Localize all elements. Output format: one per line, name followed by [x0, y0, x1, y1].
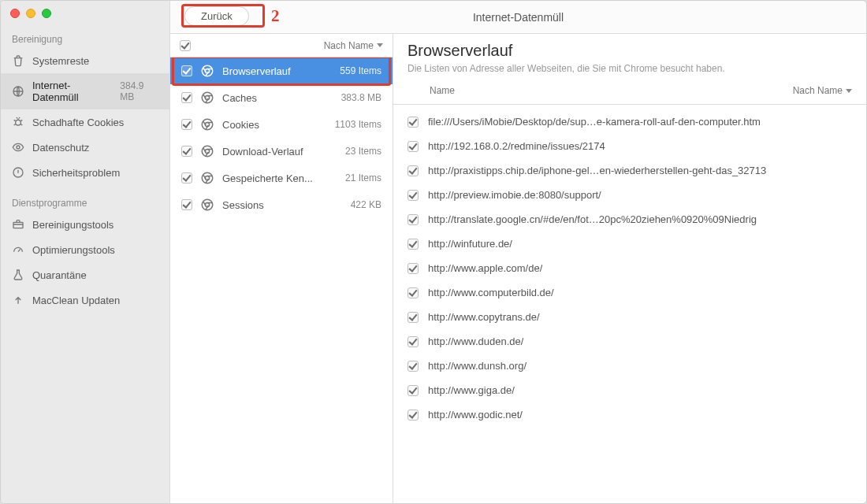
history-row[interactable]: http://www.dunsh.org/ [407, 354, 852, 378]
bug-icon [12, 116, 24, 128]
row-checkbox[interactable] [181, 199, 192, 210]
sidebar-item-label: Schadhafte Cookies [32, 117, 124, 128]
gauge-icon [12, 243, 24, 256]
sort-button[interactable]: Nach Name [324, 40, 383, 51]
minimize-window-button[interactable] [26, 9, 35, 18]
sidebar-item-label: Datenschutz [32, 142, 89, 154]
sidebar-item-optimierungstools[interactable]: Optimierungstools [1, 237, 169, 262]
detail-sort-button[interactable]: Nach Name [793, 85, 852, 96]
category-row[interactable]: Download-Verlauf23 Items [170, 138, 393, 165]
chrome-icon [200, 91, 214, 105]
history-url: http://www.godic.net/ [428, 409, 523, 421]
history-row[interactable]: http://www.giga.de/ [407, 378, 852, 402]
category-label: Browserverlauf [222, 65, 332, 77]
row-checkbox[interactable] [407, 239, 419, 250]
history-row[interactable]: http://www.apple.com/de/ [407, 256, 852, 280]
sidebar-item-bereinigungstools[interactable]: Bereinigungstools [1, 212, 169, 237]
row-checkbox[interactable] [407, 410, 419, 421]
category-row[interactable]: Browserverlauf559 Items1 [170, 57, 393, 84]
history-row[interactable]: http://www.godic.net/ [407, 402, 852, 427]
row-checkbox[interactable] [407, 361, 419, 372]
category-row[interactable]: Gespeicherte Ken...21 Items [170, 165, 393, 191]
history-row[interactable]: http://192.168.0.2/redmine/issues/2174 [407, 134, 852, 158]
category-info: 383.8 MB [341, 92, 381, 103]
row-checkbox[interactable] [407, 190, 419, 201]
sidebar-item-label: MacClean Updaten [32, 295, 120, 306]
category-row[interactable]: Caches383.8 MB [170, 84, 393, 111]
history-row[interactable]: file:///Users/iMobie/Desktop/de/sup…e-ka… [407, 109, 852, 134]
history-row[interactable]: http://www.computerbild.de/ [407, 280, 852, 305]
svg-point-11 [202, 146, 213, 157]
row-checkbox[interactable] [407, 287, 419, 298]
history-url: http://www.giga.de/ [428, 384, 515, 396]
app-window: Bereinigung Systemreste Internet-Datenmü… [0, 0, 867, 504]
sidebar-item-sicherheitsproblem[interactable]: Sicherheitsproblem [1, 160, 169, 185]
sidebar-item-systemreste[interactable]: Systemreste [1, 48, 169, 73]
close-window-button[interactable] [10, 9, 20, 18]
chevron-down-icon [846, 89, 852, 93]
chrome-icon [200, 171, 214, 185]
svg-point-13 [202, 172, 213, 183]
row-checkbox[interactable] [407, 165, 419, 176]
chrome-icon [200, 117, 214, 132]
row-checkbox[interactable] [407, 385, 419, 396]
history-url: http://translate.google.cn/#de/en/fot…20… [428, 213, 757, 225]
category-list-pane: Nach Name Browserverlauf559 Items1Caches… [170, 34, 393, 503]
zoom-window-button[interactable] [42, 9, 51, 18]
row-checkbox[interactable] [181, 92, 192, 103]
history-row[interactable]: http://www.duden.de/ [407, 329, 852, 354]
history-row[interactable]: http://preview.imobie.de:8080/support/ [407, 183, 852, 207]
sidebar-item-internet-datenmuell[interactable]: Internet-Datenmüll 384.9 MB [1, 73, 169, 109]
category-row[interactable]: Sessions422 KB [170, 191, 393, 218]
svg-point-1 [16, 120, 21, 125]
row-checkbox[interactable] [407, 263, 419, 274]
category-info: 23 Items [345, 146, 381, 157]
sidebar-item-schadhafte-cookies[interactable]: Schadhafte Cookies [1, 109, 169, 135]
sidebar-item-label: Optimierungstools [32, 244, 115, 256]
category-info: 21 Items [345, 172, 381, 183]
row-checkbox[interactable] [181, 119, 192, 130]
row-checkbox[interactable] [407, 214, 419, 225]
row-checkbox[interactable] [407, 312, 419, 323]
svg-point-9 [202, 119, 213, 130]
detail-sort-label: Nach Name [793, 85, 843, 96]
sidebar-item-macclean-updaten[interactable]: MacClean Updaten [1, 287, 169, 313]
window-title: Internet-Datenmüll [473, 11, 564, 24]
row-checkbox[interactable] [407, 141, 419, 152]
sidebar-item-quarantaene[interactable]: Quarantäne [1, 262, 169, 287]
category-info: 422 KB [351, 199, 381, 210]
category-label: Download-Verlauf [222, 146, 337, 158]
column-name-label: Name [430, 85, 455, 96]
category-label: Sessions [222, 199, 343, 211]
row-checkbox[interactable] [407, 336, 419, 347]
trash-icon [12, 54, 24, 67]
detail-pane: Browserverlauf Die Listen von Adresse al… [393, 34, 866, 503]
row-checkbox[interactable] [181, 146, 192, 157]
history-row[interactable]: http://praxistipps.chip.de/iphone-gel…en… [407, 158, 852, 183]
detail-list[interactable]: file:///Users/iMobie/Desktop/de/sup…e-ka… [393, 105, 866, 503]
sidebar-item-size: 384.9 MB [120, 80, 158, 102]
history-row[interactable]: http://winfuture.de/ [407, 232, 852, 256]
history-url: http://www.copytrans.de/ [428, 311, 540, 323]
history-url: http://preview.imobie.de:8080/support/ [428, 189, 601, 201]
detail-header: Browserverlauf Die Listen von Adresse al… [393, 34, 866, 105]
history-row[interactable]: http://translate.google.cn/#de/en/fot…20… [407, 207, 852, 232]
sort-label-text: Nach Name [324, 40, 374, 51]
row-checkbox[interactable] [181, 172, 192, 183]
row-checkbox[interactable] [407, 117, 419, 128]
chevron-down-icon [377, 43, 383, 47]
select-all-checkbox[interactable] [180, 40, 191, 51]
history-url: file:///Users/iMobie/Desktop/de/sup…e-ka… [428, 116, 761, 128]
category-row[interactable]: Cookies1103 Items [170, 111, 393, 138]
row-checkbox[interactable] [181, 65, 192, 76]
sidebar-item-datenschutz[interactable]: Datenschutz [1, 135, 169, 160]
chrome-icon [200, 144, 214, 158]
category-list-header: Nach Name [170, 34, 393, 57]
history-url: http://www.apple.com/de/ [428, 262, 542, 274]
category-info: 559 Items [340, 65, 381, 76]
back-button[interactable]: Zurück [184, 6, 249, 26]
history-row[interactable]: http://www.copytrans.de/ [407, 305, 852, 329]
sidebar-item-label: Internet-Datenmüll [32, 80, 112, 103]
columns: Nach Name Browserverlauf559 Items1Caches… [170, 34, 866, 503]
sidebar-group-cleanup-label: Bereinigung [1, 29, 169, 48]
